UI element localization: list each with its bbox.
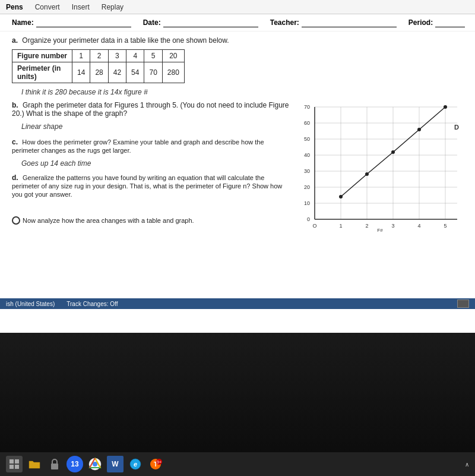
table-cell-20: 20 (162, 50, 184, 62)
perimeter-table: Figure number 1 2 3 4 5 20 Perimeter (in… (12, 49, 185, 83)
date-input[interactable] (163, 18, 258, 27)
table-val-20: 280 (162, 62, 184, 83)
table-cell-4: 4 (126, 50, 144, 62)
svg-point-35 (444, 105, 447, 109)
date-field: Date: (143, 18, 258, 27)
section-a-answer: I think it is 280 because it is 14x figu… (21, 88, 463, 96)
section-a-label: a. (12, 36, 18, 45)
scroll-indicator (457, 300, 469, 308)
svg-text:D: D (454, 124, 459, 131)
language-status: ish (United States) (6, 301, 55, 307)
period-field: Period: (408, 18, 465, 27)
svg-text:40: 40 (304, 152, 310, 158)
period-input[interactable] (435, 18, 465, 27)
svg-text:20: 20 (304, 184, 310, 190)
table-val-2: 28 (90, 62, 108, 83)
header-row: Name: Date: Teacher: Period: (0, 14, 475, 31)
table-val-1: 14 (72, 62, 90, 83)
name-label: Name: (12, 18, 34, 27)
svg-rect-38 (15, 459, 19, 464)
section-c-label: c. (12, 138, 18, 146)
name-input[interactable] (36, 18, 131, 27)
section-d: d. Generalize the patterns you have foun… (12, 174, 291, 198)
table-cell-3: 3 (108, 50, 126, 62)
table-val-3: 42 (108, 62, 126, 83)
taskbar-number-icon[interactable]: 13 (66, 456, 83, 472)
taskbar-word-icon[interactable]: W (107, 456, 124, 472)
section-d-label: d. (12, 174, 18, 182)
svg-text:O: O (312, 223, 316, 229)
section-c-answer: Goes up 14 each time (21, 159, 291, 168)
table-cell-2: 2 (90, 50, 108, 62)
svg-rect-39 (10, 465, 14, 469)
svg-text:4: 4 (417, 223, 420, 229)
svg-rect-41 (51, 464, 58, 469)
table-cell-1: 1 (72, 50, 90, 62)
svg-point-34 (417, 128, 421, 131)
toolbar-insert[interactable]: Insert (72, 3, 90, 11)
toolbar-convert[interactable]: Convert (35, 3, 60, 11)
svg-text:2: 2 (365, 223, 368, 229)
section-c: c. How does the perimeter grow? Examine … (12, 138, 291, 155)
svg-text:50: 50 (304, 136, 310, 142)
section-b-container: b. Graph the perimeter data for Figures … (12, 101, 463, 239)
svg-text:70: 70 (304, 104, 310, 110)
teacher-field: Teacher: (270, 18, 397, 27)
taskbar-right: ∧ (465, 461, 469, 468)
section-a-instruction: Organize your perimeter data in a table … (22, 36, 229, 45)
svg-point-33 (391, 150, 395, 154)
table-cell-5: 5 (144, 50, 162, 62)
taskbar-folder-icon[interactable] (26, 456, 43, 472)
section-d-instruction: Generalize the patterns you have found b… (12, 174, 282, 198)
taskbar-lock-icon[interactable] (46, 456, 63, 472)
toolbar: Pens Convert Insert Replay (0, 0, 475, 14)
section-b: b. Graph the perimeter data for Figures … (12, 101, 291, 118)
toolbar-replay[interactable]: Replay (102, 3, 124, 11)
word-label: W (112, 460, 118, 468)
section-b-answer: Linear shape (21, 122, 291, 131)
screen: Pens Convert Insert Replay Name: Date: T… (0, 0, 475, 333)
svg-point-43 (93, 462, 97, 466)
table-val-4: 54 (126, 62, 144, 83)
table-header-perimeter: Perimeter (inunits) (12, 62, 72, 83)
taskbar: 13 W e T 9+ (0, 452, 475, 476)
svg-rect-40 (15, 465, 19, 469)
taskbar-notification-icon[interactable]: T 9+ (147, 456, 164, 472)
table-val-5: 70 (144, 62, 162, 83)
section-a: a. Organize your perimeter data in a tab… (12, 36, 463, 96)
svg-point-31 (339, 195, 343, 198)
track-changes-status: Track Changes: Off (66, 301, 118, 307)
laptop-bezel: 13 W e T 9+ (0, 333, 475, 476)
svg-text:F#: F# (377, 228, 383, 233)
svg-rect-37 (10, 459, 14, 464)
svg-text:30: 30 (304, 168, 310, 174)
period-label: Period: (408, 18, 433, 27)
svg-text:5: 5 (444, 223, 446, 229)
section-b-left: b. Graph the perimeter data for Figures … (12, 101, 291, 225)
taskbar-ie-icon[interactable]: e (127, 456, 144, 472)
now-analyze-text: Now analyze how the area changes with a … (23, 217, 194, 224)
taskbar-number: 13 (71, 460, 78, 468)
graph-svg: 70 60 50 40 30 20 10 0 O 1 2 F# 3 4 5 (297, 101, 463, 238)
svg-text:9+: 9+ (157, 460, 162, 464)
table-header-figure: Figure number (12, 50, 72, 62)
svg-text:60: 60 (304, 120, 310, 126)
taskbar-chrome-icon[interactable] (87, 456, 103, 472)
teacher-label: Teacher: (270, 18, 299, 27)
status-bar: ish (United States) Track Changes: Off (0, 298, 475, 309)
taskbar-grid-icon[interactable] (6, 456, 23, 472)
date-label: Date: (143, 18, 161, 27)
toolbar-pens[interactable]: Pens (6, 3, 23, 11)
teacher-input[interactable] (302, 18, 397, 27)
svg-text:0: 0 (307, 216, 310, 222)
graph-area: 70 60 50 40 30 20 10 0 O 1 2 F# 3 4 5 (297, 101, 463, 239)
now-analyze: Now analyze how the area changes with a … (12, 216, 291, 225)
cd-icon (12, 216, 20, 225)
system-tray-up[interactable]: ∧ (465, 461, 469, 468)
section-c-instruction: How does the perimeter grow? Examine you… (12, 138, 264, 154)
svg-point-32 (365, 172, 369, 176)
svg-text:e: e (134, 461, 137, 468)
name-field: Name: (12, 18, 131, 27)
section-b-label: b. (12, 101, 18, 109)
section-b-instruction: Graph the perimeter data for Figures 1 t… (12, 101, 289, 118)
